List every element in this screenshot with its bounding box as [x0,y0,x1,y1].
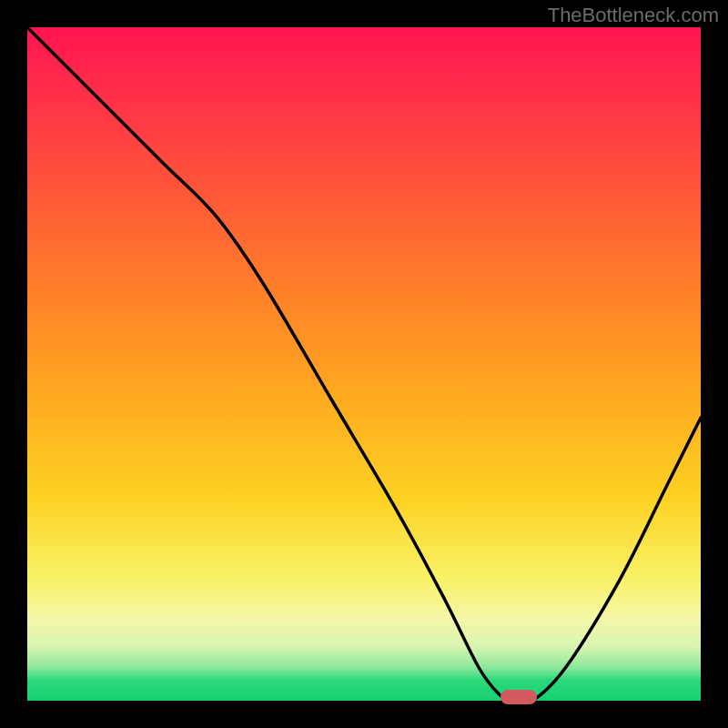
plot-area [27,27,701,701]
bottleneck-curve [27,27,701,701]
optimal-marker [500,690,537,704]
chart-container: TheBottleneck.com [0,0,728,728]
watermark-text: TheBottleneck.com [548,4,719,27]
